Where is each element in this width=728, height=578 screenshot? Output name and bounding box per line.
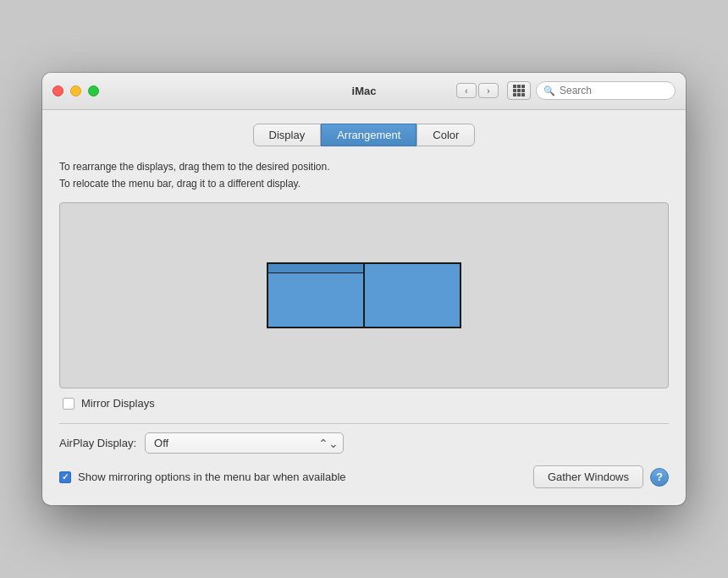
help-button[interactable]: ? <box>650 468 669 487</box>
display-left[interactable] <box>267 262 364 328</box>
airplay-select-wrapper: Off Apple TV ⌃⌄ <box>145 432 344 454</box>
forward-button[interactable]: › <box>478 83 499 98</box>
airplay-label: AirPlay Display: <box>59 437 136 449</box>
back-button[interactable]: ‹ <box>456 83 477 98</box>
nav-buttons: ‹ › <box>456 83 499 98</box>
traffic-lights <box>52 85 99 96</box>
titlebar: iMac ‹ › 🔍 <box>42 73 686 110</box>
maximize-button[interactable] <box>88 85 99 96</box>
minimize-button[interactable] <box>70 85 81 96</box>
window-title: iMac <box>352 85 377 97</box>
main-window: iMac ‹ › 🔍 <box>42 73 686 506</box>
close-button[interactable] <box>52 85 63 96</box>
content-area: Display Arrangement Color To rearrange t… <box>42 110 686 506</box>
airplay-row: AirPlay Display: Off Apple TV ⌃⌄ <box>59 432 669 454</box>
search-input[interactable] <box>560 85 668 96</box>
instruction-text: To rearrange the displays, drag them to … <box>59 158 669 193</box>
search-icon: 🔍 <box>543 85 555 96</box>
grid-view-button[interactable] <box>507 81 531 100</box>
display-right[interactable] <box>364 262 461 328</box>
display-arrangement-area[interactable] <box>59 202 669 388</box>
show-mirroring-right: Gather Windows ? <box>533 465 669 488</box>
show-mirroring-row: ✓ Show mirroring options in the menu bar… <box>59 465 669 488</box>
checkmark-icon: ✓ <box>62 473 69 482</box>
show-mirroring-label: Show mirroring options in the menu bar w… <box>78 471 346 483</box>
gather-windows-button[interactable]: Gather Windows <box>533 465 643 488</box>
bottom-section: AirPlay Display: Off Apple TV ⌃⌄ ✓ Show … <box>59 423 669 488</box>
mirror-displays-label: Mirror Displays <box>81 397 155 410</box>
airplay-select[interactable]: Off Apple TV <box>145 432 344 454</box>
show-mirroring-checkbox[interactable]: ✓ <box>59 471 71 483</box>
mirror-displays-row: Mirror Displays <box>59 397 669 410</box>
search-box[interactable]: 🔍 <box>536 81 676 100</box>
tab-arrangement[interactable]: Arrangement <box>321 124 416 146</box>
displays-container <box>267 262 461 328</box>
tab-color[interactable]: Color <box>416 124 475 146</box>
tab-display[interactable]: Display <box>253 124 322 146</box>
mirror-displays-checkbox[interactable] <box>63 398 74 410</box>
grid-icon <box>513 85 525 96</box>
tabs: Display Arrangement Color <box>59 124 669 146</box>
show-mirroring-left: ✓ Show mirroring options in the menu bar… <box>59 471 346 483</box>
